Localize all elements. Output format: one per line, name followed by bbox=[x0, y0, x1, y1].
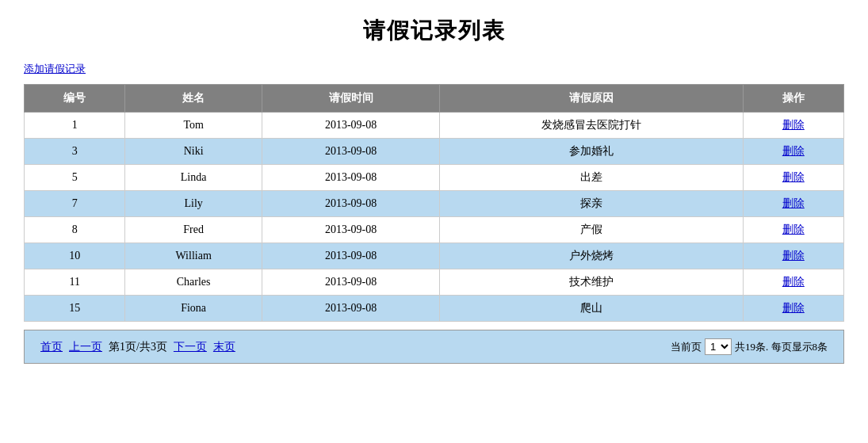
delete-link[interactable]: 删除 bbox=[782, 197, 805, 209]
cell-id: 10 bbox=[25, 243, 125, 269]
cell-action: 删除 bbox=[743, 139, 843, 165]
cell-date: 2013-09-08 bbox=[262, 217, 439, 243]
cell-action: 删除 bbox=[743, 191, 843, 217]
cell-action: 删除 bbox=[743, 269, 843, 296]
table-row: 11Charles2013-09-08技术维护删除 bbox=[25, 269, 844, 296]
records-table: 编号 姓名 请假时间 请假原因 操作 1Tom2013-09-08发烧感冒去医院… bbox=[24, 84, 844, 322]
cell-action: 删除 bbox=[743, 243, 843, 269]
pagination-right: 当前页 123 共19条. 每页显示8条 bbox=[671, 338, 828, 355]
cell-reason: 技术维护 bbox=[440, 269, 743, 296]
pagination-left: 首页 上一页 第1页/共3页 下一页 末页 bbox=[40, 340, 235, 354]
cell-reason: 爬山 bbox=[440, 296, 743, 322]
table-row: 3Niki2013-09-08参加婚礼删除 bbox=[25, 139, 844, 165]
cell-id: 3 bbox=[25, 139, 125, 165]
cell-date: 2013-09-08 bbox=[262, 269, 439, 296]
cell-name: Charles bbox=[125, 269, 262, 296]
table-row: 5Linda2013-09-08出差删除 bbox=[25, 165, 844, 191]
cell-reason: 产假 bbox=[440, 217, 743, 243]
cell-name: Fred bbox=[125, 217, 262, 243]
cell-name: William bbox=[125, 243, 262, 269]
cell-id: 8 bbox=[25, 217, 125, 243]
col-header-reason: 请假原因 bbox=[440, 85, 743, 113]
delete-link[interactable]: 删除 bbox=[782, 302, 805, 314]
cell-action: 删除 bbox=[743, 113, 843, 139]
page-select[interactable]: 123 bbox=[705, 338, 732, 355]
cell-name: Niki bbox=[125, 139, 262, 165]
col-header-name: 姓名 bbox=[125, 85, 262, 113]
current-page-label: 当前页 bbox=[671, 340, 702, 354]
col-header-action: 操作 bbox=[743, 85, 843, 113]
cell-action: 删除 bbox=[743, 165, 843, 191]
cell-reason: 户外烧烤 bbox=[440, 243, 743, 269]
page-info: 第1页/共3页 bbox=[109, 340, 167, 354]
cell-reason: 参加婚礼 bbox=[440, 139, 743, 165]
cell-name: Linda bbox=[125, 165, 262, 191]
next-page-link[interactable]: 下一页 bbox=[174, 340, 207, 354]
add-record-link[interactable]: 添加请假记录 bbox=[24, 62, 86, 76]
delete-link[interactable]: 删除 bbox=[782, 276, 805, 288]
delete-link[interactable]: 删除 bbox=[782, 171, 805, 183]
cell-date: 2013-09-08 bbox=[262, 243, 439, 269]
cell-date: 2013-09-08 bbox=[262, 165, 439, 191]
col-header-id: 编号 bbox=[25, 85, 125, 113]
cell-name: Lily bbox=[125, 191, 262, 217]
table-row: 7Lily2013-09-08探亲删除 bbox=[25, 191, 844, 217]
cell-date: 2013-09-08 bbox=[262, 113, 439, 139]
cell-id: 1 bbox=[25, 113, 125, 139]
cell-date: 2013-09-08 bbox=[262, 191, 439, 217]
table-row: 8Fred2013-09-08产假删除 bbox=[25, 217, 844, 243]
table-row: 1Tom2013-09-08发烧感冒去医院打针删除 bbox=[25, 113, 844, 139]
cell-reason: 出差 bbox=[440, 165, 743, 191]
cell-action: 删除 bbox=[743, 217, 843, 243]
cell-id: 15 bbox=[25, 296, 125, 322]
first-page-link[interactable]: 首页 bbox=[40, 340, 63, 354]
cell-date: 2013-09-08 bbox=[262, 296, 439, 322]
cell-name: Fiona bbox=[125, 296, 262, 322]
cell-id: 7 bbox=[25, 191, 125, 217]
prev-page-link[interactable]: 上一页 bbox=[69, 340, 102, 354]
pagination-bar: 首页 上一页 第1页/共3页 下一页 末页 当前页 123 共19条. 每页显示… bbox=[24, 330, 844, 364]
cell-name: Tom bbox=[125, 113, 262, 139]
cell-id: 5 bbox=[25, 165, 125, 191]
page-title: 请假记录列表 bbox=[24, 16, 844, 46]
cell-action: 删除 bbox=[743, 296, 843, 322]
total-info: 共19条. 每页显示8条 bbox=[735, 340, 828, 354]
last-page-link[interactable]: 末页 bbox=[213, 340, 235, 354]
col-header-date: 请假时间 bbox=[262, 85, 439, 113]
table-row: 10William2013-09-08户外烧烤删除 bbox=[25, 243, 844, 269]
cell-date: 2013-09-08 bbox=[262, 139, 439, 165]
delete-link[interactable]: 删除 bbox=[782, 250, 805, 262]
delete-link[interactable]: 删除 bbox=[782, 145, 805, 157]
cell-reason: 探亲 bbox=[440, 191, 743, 217]
cell-reason: 发烧感冒去医院打针 bbox=[440, 113, 743, 139]
cell-id: 11 bbox=[25, 269, 125, 296]
delete-link[interactable]: 删除 bbox=[782, 223, 805, 235]
table-row: 15Fiona2013-09-08爬山删除 bbox=[25, 296, 844, 322]
delete-link[interactable]: 删除 bbox=[782, 119, 805, 131]
